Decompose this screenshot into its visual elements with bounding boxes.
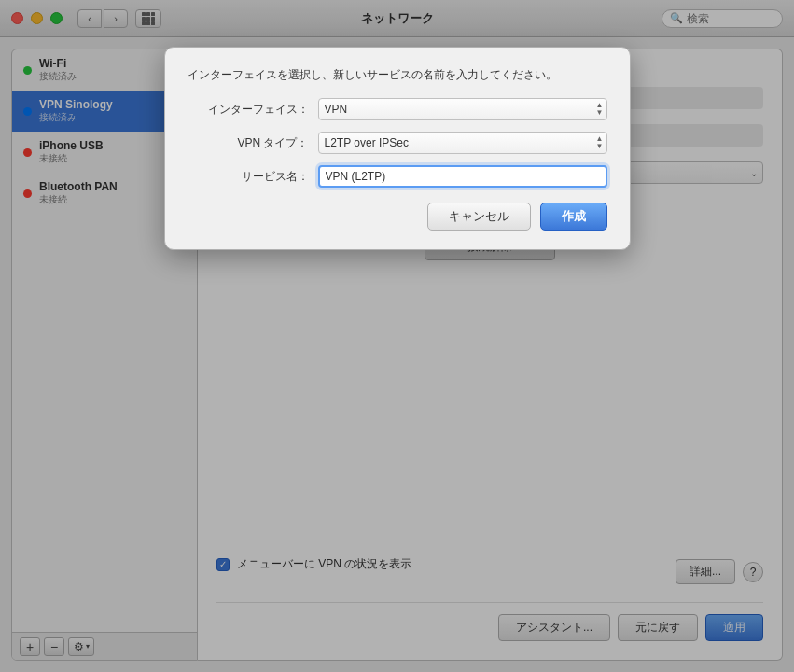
modal-vpn-type-select-wrapper: L2TP over IPSec PPTP Cisco IPSec IKEv2 ▲…: [318, 132, 607, 154]
modal-service-name-input[interactable]: [318, 165, 607, 188]
modal-overlay: インターフェイスを選択し、新しいサービスの名前を入力してください。 インターフェ…: [0, 0, 794, 672]
modal-description: インターフェイスを選択し、新しいサービスの名前を入力してください。: [188, 66, 607, 83]
create-service-modal: インターフェイスを選択し、新しいサービスの名前を入力してください。 インターフェ…: [164, 47, 631, 250]
modal-interface-label: インターフェイス：: [188, 102, 309, 118]
create-button[interactable]: 作成: [540, 203, 607, 231]
modal-footer: キャンセル 作成: [188, 203, 607, 231]
modal-interface-field: VPN その他 ▲ ▼: [318, 98, 607, 120]
modal-vpn-type-field: L2TP over IPSec PPTP Cisco IPSec IKEv2 ▲…: [318, 132, 607, 154]
modal-service-name-row: サービス名：: [188, 165, 607, 188]
modal-service-name-field: [318, 165, 607, 188]
modal-vpn-type-select[interactable]: L2TP over IPSec PPTP Cisco IPSec IKEv2: [318, 132, 607, 154]
modal-interface-row: インターフェイス： VPN その他 ▲ ▼: [188, 98, 607, 120]
modal-interface-select[interactable]: VPN その他: [318, 98, 607, 120]
modal-vpn-type-label: VPN タイプ：: [188, 135, 309, 151]
modal-vpn-type-row: VPN タイプ： L2TP over IPSec PPTP Cisco IPSe…: [188, 132, 607, 154]
cancel-button[interactable]: キャンセル: [427, 203, 531, 231]
modal-interface-select-wrapper: VPN その他 ▲ ▼: [318, 98, 607, 120]
modal-service-name-label: サービス名：: [188, 169, 309, 185]
